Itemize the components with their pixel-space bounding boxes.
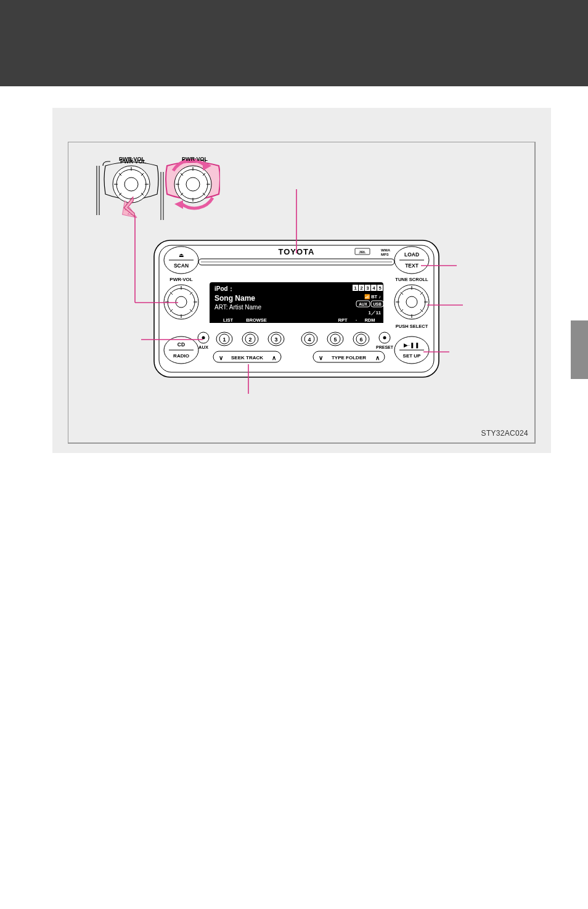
svg-text:3: 3 bbox=[366, 285, 369, 291]
svg-text:∨: ∨ bbox=[219, 354, 223, 361]
svg-text:∧: ∧ bbox=[375, 354, 380, 361]
svg-text:USB: USB bbox=[373, 302, 382, 306]
knob-inset-left-label: PWR·VOL bbox=[119, 156, 145, 162]
svg-text:2: 2 bbox=[360, 285, 362, 291]
page-body: PWR·VOL bbox=[0, 86, 588, 471]
svg-text:⏏: ⏏ bbox=[179, 252, 184, 258]
knob-inset-right-label: PWR·VOL bbox=[182, 156, 208, 162]
preset-indicator: 1 2 3 4 5 bbox=[353, 285, 383, 291]
preset-6: 6 bbox=[353, 332, 369, 346]
svg-text:∨: ∨ bbox=[319, 354, 323, 361]
svg-text:1／11: 1／11 bbox=[368, 310, 381, 316]
svg-text:1: 1 bbox=[354, 285, 356, 291]
type-folder-button: TYPE FOLDER ∨ ∧ bbox=[313, 351, 385, 362]
svg-text:TUNE SCROLL: TUNE SCROLL bbox=[395, 277, 428, 282]
side-tab bbox=[571, 320, 588, 379]
aux-knob: AUX bbox=[198, 332, 209, 350]
load-text-button: LOAD TEXT bbox=[394, 247, 429, 274]
svg-text:CD: CD bbox=[178, 341, 185, 348]
figure-panel: PWR·VOL bbox=[52, 108, 551, 453]
svg-text:·: · bbox=[356, 317, 357, 323]
lcd-screen: iPod： Song Name ART: Artist Name 1 2 3 4 bbox=[210, 282, 383, 323]
svg-point-58 bbox=[394, 285, 429, 319]
svg-text:TYPE FOLDER: TYPE FOLDER bbox=[332, 355, 366, 361]
svg-text:▶·❚❚: ▶·❚❚ bbox=[404, 342, 420, 349]
svg-text:SEEK TRACK: SEEK TRACK bbox=[231, 355, 263, 361]
preset-1: 1 bbox=[216, 332, 232, 346]
svg-point-14 bbox=[174, 166, 211, 203]
svg-text:5: 5 bbox=[333, 336, 337, 343]
knob-left: PWR·VOL bbox=[104, 158, 158, 222]
svg-text:WMA: WMA bbox=[381, 248, 391, 252]
svg-text:LOAD: LOAD bbox=[404, 251, 419, 258]
svg-text:LIST: LIST bbox=[223, 317, 234, 323]
svg-text:BROWSE: BROWSE bbox=[246, 317, 267, 323]
svg-rect-88 bbox=[210, 317, 383, 323]
preset-2: 2 bbox=[242, 332, 258, 346]
svg-text:📶 BT ♪: 📶 BT ♪ bbox=[364, 294, 381, 300]
image-code: STY32AC024 bbox=[481, 429, 528, 438]
svg-marker-13 bbox=[116, 200, 137, 222]
screen-line2: ART: Artist Name bbox=[214, 304, 261, 311]
screen-line1: Song Name bbox=[214, 294, 255, 303]
top-banner bbox=[0, 0, 588, 86]
svg-text:SET UP: SET UP bbox=[403, 353, 422, 359]
preset-3: 3 bbox=[268, 332, 284, 346]
svg-text:∧: ∧ bbox=[272, 354, 276, 361]
svg-text:AUX: AUX bbox=[198, 344, 208, 350]
svg-text:PWR·VOL: PWR·VOL bbox=[169, 277, 192, 282]
svg-text:AUX: AUX bbox=[359, 302, 367, 306]
knob-right: PWR·VOL bbox=[161, 158, 220, 220]
cd-radio-button: CD RADIO bbox=[164, 336, 198, 364]
figure-frame: PWR·VOL bbox=[68, 142, 536, 444]
svg-text:RDM: RDM bbox=[364, 317, 375, 323]
svg-text:PUSH SELECT: PUSH SELECT bbox=[396, 324, 428, 329]
preset-4: 4 bbox=[301, 332, 317, 346]
svg-point-2 bbox=[113, 166, 150, 203]
svg-point-95 bbox=[202, 336, 205, 340]
svg-point-46 bbox=[164, 285, 198, 319]
svg-text:MP3: MP3 bbox=[381, 253, 389, 256]
scan-button: ⏏ SCAN bbox=[164, 247, 198, 274]
setup-button: ▶·❚❚ SET UP bbox=[394, 336, 429, 364]
seek-track-button: SEEK TRACK ∨ ∧ bbox=[213, 351, 281, 362]
preset-5: 5 bbox=[327, 332, 343, 346]
head-unit: TOYOTA JBL WMA MP3 ⏏ SCAN bbox=[152, 238, 441, 380]
svg-text:JBL: JBL bbox=[359, 250, 366, 254]
knob-inset: PWR·VOL bbox=[84, 150, 214, 221]
screen-source: iPod： bbox=[214, 285, 234, 292]
svg-text:2: 2 bbox=[248, 336, 251, 343]
svg-text:4: 4 bbox=[308, 336, 311, 343]
svg-text:SCAN: SCAN bbox=[174, 263, 189, 269]
brand-text: TOYOTA bbox=[279, 247, 315, 256]
svg-text:5: 5 bbox=[378, 285, 381, 291]
svg-marker-26 bbox=[174, 200, 183, 209]
svg-point-116 bbox=[383, 336, 386, 340]
svg-text:RADIO: RADIO bbox=[173, 353, 189, 359]
svg-text:RPT: RPT bbox=[338, 317, 348, 323]
head-unit-svg: TOYOTA JBL WMA MP3 ⏏ SCAN bbox=[152, 238, 441, 380]
svg-text:1: 1 bbox=[223, 336, 226, 343]
svg-text:3: 3 bbox=[274, 336, 277, 343]
svg-text:TEXT: TEXT bbox=[405, 263, 419, 269]
svg-text:PRESET: PRESET bbox=[376, 345, 394, 349]
svg-text:6: 6 bbox=[359, 336, 362, 343]
